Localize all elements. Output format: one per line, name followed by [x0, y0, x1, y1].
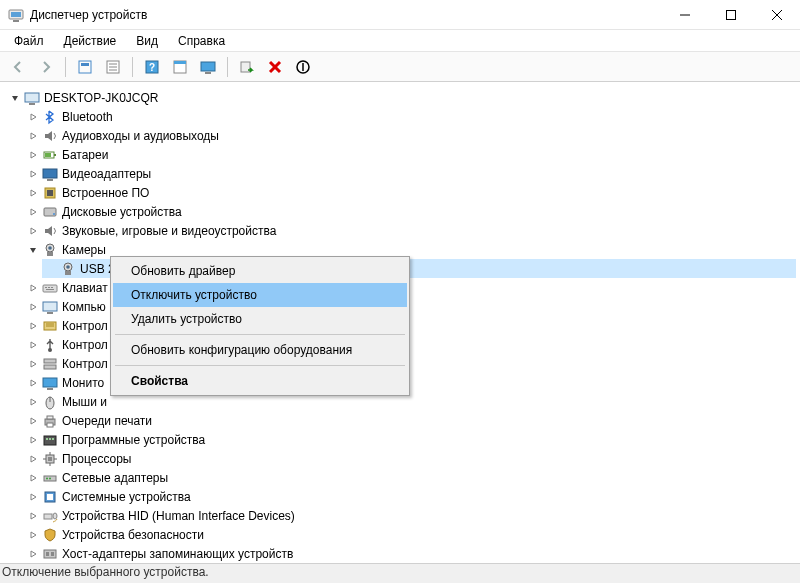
minimize-button[interactable]	[662, 0, 708, 30]
tree-item[interactable]: Bluetooth	[24, 107, 796, 126]
tree-item[interactable]: Системные устройства	[24, 487, 796, 506]
tree-item-label: Системные устройства	[62, 490, 191, 504]
computer-icon	[24, 90, 40, 106]
chevron-right-icon[interactable]	[26, 110, 40, 124]
chevron-right-icon[interactable]	[26, 395, 40, 409]
software-icon	[42, 432, 58, 448]
tree-item[interactable]: Аудиовходы и аудиовыходы	[24, 126, 796, 145]
menu-view[interactable]: Вид	[126, 30, 168, 51]
toolbar-properties-button[interactable]	[101, 55, 125, 79]
toolbar-back-button[interactable]	[6, 55, 30, 79]
tree-item-label: Программные устройства	[62, 433, 205, 447]
chevron-right-icon[interactable]	[26, 547, 40, 561]
tree-item-label: Очереди печати	[62, 414, 152, 428]
menu-help[interactable]: Справка	[168, 30, 235, 51]
svg-rect-17	[201, 62, 215, 71]
tree-item[interactable]: Встроенное ПО	[24, 183, 796, 202]
tree-item[interactable]: Сетевые адаптеры	[24, 468, 796, 487]
controller-icon	[42, 318, 58, 334]
svg-point-38	[66, 265, 70, 269]
toolbar-view-button[interactable]	[168, 55, 192, 79]
chevron-right-icon[interactable]	[26, 338, 40, 352]
ctx-update-driver[interactable]: Обновить драйвер	[113, 259, 407, 283]
maximize-button[interactable]	[708, 0, 754, 30]
tree-item[interactable]: Процессоры	[24, 449, 796, 468]
tree-item[interactable]: Хост-адаптеры запоминающих устройств	[24, 544, 796, 563]
tree-item[interactable]: Устройства безопасности	[24, 525, 796, 544]
ctx-properties[interactable]: Свойства	[113, 369, 407, 393]
tree-root[interactable]: DESKTOP-JK0JCQR	[6, 88, 796, 107]
ctx-scan-hardware[interactable]: Обновить конфигурацию оборудования	[113, 338, 407, 362]
chevron-right-icon[interactable]	[26, 509, 40, 523]
toolbar-show-hidden-button[interactable]	[73, 55, 97, 79]
tree-item-label: Хост-адаптеры запоминающих устройств	[62, 547, 293, 561]
tree-item[interactable]: Звуковые, игровые и видеоустройства	[24, 221, 796, 240]
tree-item-label: Монито	[62, 376, 104, 390]
tree-item[interactable]: Батареи	[24, 145, 796, 164]
menu-file[interactable]: Файл	[4, 30, 54, 51]
tree-item-label: Компью	[62, 300, 106, 314]
chevron-down-icon[interactable]	[26, 243, 40, 257]
chevron-right-icon[interactable]	[26, 148, 40, 162]
tree-item-label: Bluetooth	[62, 110, 113, 124]
svg-rect-44	[46, 289, 54, 290]
chevron-right-icon[interactable]	[26, 319, 40, 333]
svg-rect-18	[205, 72, 211, 74]
svg-rect-36	[47, 252, 53, 256]
chevron-right-icon[interactable]	[26, 357, 40, 371]
chevron-right-icon[interactable]	[26, 281, 40, 295]
monitor-icon	[42, 375, 58, 391]
svg-point-35	[48, 246, 52, 250]
svg-rect-24	[29, 103, 35, 105]
svg-rect-27	[45, 153, 51, 157]
chevron-right-icon[interactable]	[26, 376, 40, 390]
chevron-right-icon[interactable]	[26, 300, 40, 314]
statusbar-text: Отключение выбранного устройства.	[2, 565, 209, 579]
svg-rect-77	[44, 550, 56, 558]
hid-icon	[42, 508, 58, 524]
chevron-right-icon[interactable]	[26, 490, 40, 504]
menu-action[interactable]: Действие	[54, 30, 127, 51]
battery-icon	[42, 147, 58, 163]
chevron-right-icon[interactable]	[26, 205, 40, 219]
toolbar-help-button[interactable]: ?	[140, 55, 164, 79]
chevron-right-icon[interactable]	[26, 186, 40, 200]
ctx-disable-device[interactable]: Отключить устройство	[113, 283, 407, 307]
ctx-separator	[115, 365, 405, 366]
mouse-icon	[42, 394, 58, 410]
chevron-right-icon[interactable]	[26, 129, 40, 143]
svg-rect-45	[43, 302, 57, 311]
close-button[interactable]	[754, 0, 800, 30]
chevron-right-icon[interactable]	[26, 528, 40, 542]
chevron-right-icon[interactable]	[26, 452, 40, 466]
svg-rect-2	[13, 20, 19, 22]
toolbar-scan-button[interactable]	[235, 55, 259, 79]
toolbar-disable-button[interactable]	[291, 55, 315, 79]
tree-item[interactable]: Устройства HID (Human Interface Devices)	[24, 506, 796, 525]
chevron-right-icon[interactable]	[26, 167, 40, 181]
chevron-down-icon[interactable]	[8, 91, 22, 105]
svg-rect-7	[79, 61, 91, 73]
chevron-right-icon[interactable]	[26, 433, 40, 447]
svg-rect-51	[44, 359, 56, 363]
toolbar-uninstall-button[interactable]	[263, 55, 287, 79]
ctx-separator	[115, 334, 405, 335]
chevron-right-icon[interactable]	[26, 414, 40, 428]
chevron-right-icon[interactable]	[26, 224, 40, 238]
toolbar-monitor-button[interactable]	[196, 55, 220, 79]
svg-rect-40	[43, 285, 57, 292]
svg-point-76	[53, 513, 57, 519]
tree-item[interactable]: Программные устройства	[24, 430, 796, 449]
tree-item-label: Мыши и	[62, 395, 107, 409]
chevron-right-icon[interactable]	[26, 471, 40, 485]
svg-point-72	[49, 477, 51, 479]
tree-item-label: Батареи	[62, 148, 108, 162]
svg-rect-16	[174, 61, 186, 64]
tree-item[interactable]: Дисковые устройства	[24, 202, 796, 221]
svg-rect-59	[47, 423, 53, 427]
hba-icon	[42, 546, 58, 562]
toolbar-forward-button[interactable]	[34, 55, 58, 79]
ctx-uninstall-device[interactable]: Удалить устройство	[113, 307, 407, 331]
tree-item[interactable]: Видеоадаптеры	[24, 164, 796, 183]
tree-item[interactable]: Очереди печати	[24, 411, 796, 430]
